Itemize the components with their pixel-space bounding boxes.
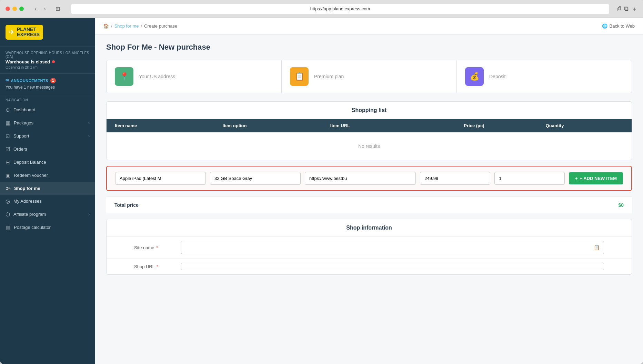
addresses-icon: ◎ <box>6 198 10 204</box>
sidebar-item-shopforme[interactable]: 🛍 Shop for me <box>0 182 95 195</box>
breadcrumb-home[interactable]: 🏠 <box>103 23 109 29</box>
clipboard-icon: 📋 <box>295 72 304 81</box>
orders-icon: ☑ <box>6 146 10 152</box>
status-indicator <box>52 60 55 63</box>
info-cards: 📍 Your US address 📋 Premium plan 💰 <box>106 60 632 93</box>
app-window: ‹ › ⊞ ⎙ ⧉ ＋ ✈ PLANET EXPRESS WA <box>0 0 643 364</box>
breadcrumb-current: Create purchase <box>144 23 177 29</box>
add-new-item-button[interactable]: + + ADD NEW ITEM <box>569 172 623 184</box>
warehouse-status-text: Warehouse is closed <box>6 59 50 64</box>
sidebar-item-redeem[interactable]: ▣ Redeem voucher <box>0 169 95 182</box>
sidebar-item-label: My Addresses <box>13 199 42 204</box>
item-name-input[interactable] <box>115 172 206 185</box>
col-item-url: Item URL <box>330 123 460 128</box>
deposit-icon-box: 💰 <box>465 67 484 86</box>
sidebar-item-affiliate[interactable]: ⬡ Affiliate program › <box>0 208 95 221</box>
toolbar-actions: ⎙ ⧉ ＋ <box>617 5 637 13</box>
shop-info-section: Shop information Site name * 📋 <box>106 219 632 275</box>
item-option-input[interactable] <box>210 172 301 185</box>
sidebar-item-label: Postage calculator <box>14 225 51 230</box>
chevron-right-icon: › <box>88 134 90 139</box>
voucher-icon: ▣ <box>6 172 10 179</box>
packages-icon: ▦ <box>6 120 10 126</box>
share-button[interactable]: ⎙ <box>617 5 621 13</box>
item-qty-input[interactable] <box>494 172 565 185</box>
chevron-right-icon: › <box>88 212 90 217</box>
total-price-label: Total price <box>114 202 139 208</box>
opening-time: Opening in 2h 17m <box>6 65 90 69</box>
affiliate-icon: ⬡ <box>6 211 10 218</box>
sidebar-item-label: Orders <box>13 146 27 152</box>
close-button[interactable] <box>6 7 10 11</box>
logo-icon: ✈ <box>9 28 15 36</box>
shop-info-title: Shop information <box>107 219 632 236</box>
add-btn-label: + ADD NEW ITEM <box>580 176 617 181</box>
forward-button[interactable]: › <box>41 4 49 14</box>
sidebar-item-orders[interactable]: ☑ Orders <box>0 143 95 156</box>
shop-url-label: Shop URL * <box>134 264 175 269</box>
required-indicator: * <box>157 264 158 269</box>
sidebar-item-label: Shop for me <box>14 186 40 191</box>
site-name-label: Site name * <box>134 245 175 250</box>
sidebar-item-label: Support <box>13 133 29 139</box>
warehouse-info: WAREHOUSE OPENING HOURS LOS ANGELES (CA)… <box>0 47 95 73</box>
titlebar: ‹ › ⊞ ⎙ ⧉ ＋ <box>0 0 643 18</box>
deposit-card[interactable]: 💰 Deposit <box>457 60 632 93</box>
address-icon-box: 📍 <box>115 67 133 86</box>
sidebar-item-label: Affiliate program <box>13 212 46 217</box>
back-button[interactable]: ‹ <box>32 4 40 14</box>
item-price-input[interactable] <box>420 172 490 185</box>
item-url-input[interactable] <box>305 172 416 185</box>
sidebar-item-postage[interactable]: ▤ Postage calculator <box>0 221 95 234</box>
required-indicator: * <box>156 245 158 250</box>
address-card-text: Your US address <box>139 74 175 79</box>
minimize-button[interactable] <box>12 7 17 11</box>
location-icon: 📍 <box>120 72 129 81</box>
site-name-input[interactable]: 📋 <box>181 241 604 254</box>
premium-card[interactable]: 📋 Premium plan <box>282 60 457 93</box>
url-bar[interactable] <box>71 4 609 14</box>
plus-icon: + <box>575 176 578 181</box>
nav-section-label: NAVIGATION <box>0 98 95 102</box>
site-name-row: Site name * 📋 <box>107 236 632 258</box>
page-title: Shop For Me - New purchase <box>106 43 632 52</box>
logo-text: PLANET EXPRESS <box>17 27 40 38</box>
globe-icon: 🌐 <box>602 23 607 29</box>
breadcrumb-link[interactable]: Shop for me <box>114 23 139 29</box>
no-results-text: No results <box>107 132 632 160</box>
sidebar-item-deposit[interactable]: ⊟ Deposit Balance <box>0 156 95 169</box>
tabs-button[interactable]: ⧉ <box>624 5 629 13</box>
app-layout: ✈ PLANET EXPRESS WAREHOUSE OPENING HOURS… <box>0 18 643 364</box>
sidebar-item-label: Packages <box>14 120 33 125</box>
sidebar-item-label: Redeem voucher <box>14 173 48 178</box>
address-card[interactable]: 📍 Your US address <box>107 60 282 93</box>
topbar: 🏠 / Shop for me / Create purchase 🌐 Back… <box>95 18 643 34</box>
sidebar-item-support[interactable]: ⊡ Support › <box>0 130 95 143</box>
shopping-list-title: Shopping list <box>107 102 632 119</box>
sidebar-item-myaddresses[interactable]: ◎ My Addresses <box>0 195 95 208</box>
shop-url-input[interactable] <box>181 263 604 270</box>
table-header: Item name Item option Item URL Price (pc… <box>107 119 632 132</box>
sidebar: ✈ PLANET EXPRESS WAREHOUSE OPENING HOURS… <box>0 18 95 364</box>
new-tab-button[interactable]: ＋ <box>631 5 637 13</box>
total-price-value: $0 <box>618 202 624 208</box>
envelope-icon: ✉ <box>6 78 9 83</box>
sidebar-item-label: Dashboard <box>13 107 36 112</box>
sidebar-item-dashboard[interactable]: ⊙ Dashboard <box>0 103 95 117</box>
postage-icon: ▤ <box>6 224 10 231</box>
traffic-lights <box>6 7 24 11</box>
maximize-button[interactable] <box>19 7 24 11</box>
shopping-list-section: Shopping list Item name Item option Item… <box>106 101 632 160</box>
deposit-icon: ⊟ <box>6 159 10 165</box>
nav-buttons: ‹ › <box>32 4 49 14</box>
sidebar-item-packages[interactable]: ▦ Packages › <box>0 117 95 130</box>
clipboard-icon: 📋 <box>594 245 600 250</box>
dashboard-icon: ⊙ <box>6 107 10 113</box>
warehouse-status: Warehouse is closed <box>6 59 90 64</box>
col-item-option: Item option <box>222 123 326 128</box>
breadcrumb: 🏠 / Shop for me / Create purchase <box>103 23 177 29</box>
back-to-web-button[interactable]: 🌐 Back to Web <box>602 23 635 29</box>
shop-url-row: Shop URL * <box>107 258 632 274</box>
page-content: Shop For Me - New purchase 📍 Your US add… <box>95 34 643 283</box>
tab-view-button[interactable]: ⊞ <box>53 4 63 13</box>
